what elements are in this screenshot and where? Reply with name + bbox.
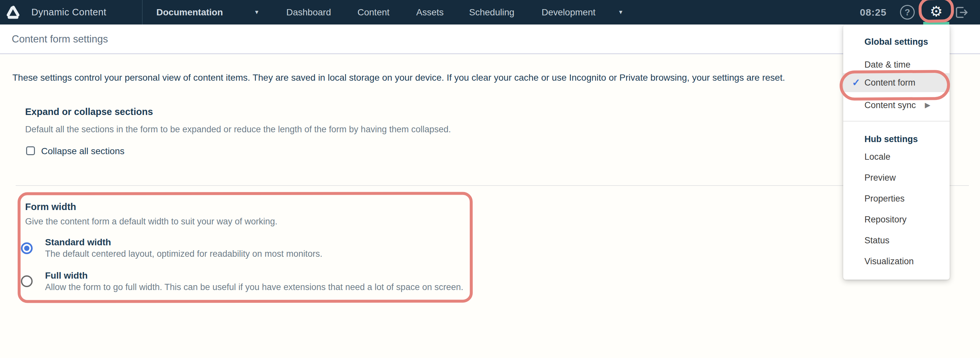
nav-item-assets[interactable]: Assets	[416, 0, 444, 24]
radio-full-width[interactable]	[21, 275, 33, 287]
menu-item-repository[interactable]: Repository	[843, 212, 950, 227]
nav-item-documentation[interactable]: Documentation	[156, 0, 223, 24]
menu-header-hub-settings: Hub settings	[864, 132, 918, 146]
chevron-down-icon[interactable]: ▼	[618, 0, 624, 24]
menu-item-label: Repository	[864, 212, 907, 227]
section-divider	[16, 185, 969, 186]
nav-item-scheduling[interactable]: Scheduling	[469, 0, 514, 24]
collapse-all-label: Collapse all sections	[41, 146, 124, 157]
menu-item-label: Visualization	[864, 254, 914, 269]
form-width-description: Give the content form a default width to…	[25, 217, 277, 227]
help-icon[interactable]: ?	[900, 5, 915, 19]
menu-divider	[843, 121, 950, 121]
menu-item-content-form[interactable]: ✓ Content form	[843, 73, 950, 92]
gear-icon: ⚙	[923, 0, 949, 23]
expand-section-heading: Expand or collapse sections	[25, 107, 153, 117]
menu-item-label: Date & time	[864, 56, 910, 73]
full-width-description: Allow the form to go full width. This ca…	[45, 282, 463, 292]
menu-item-locale[interactable]: Locale	[843, 149, 950, 165]
expand-section-description: Default all the sections in the form to …	[25, 125, 451, 134]
standard-width-description: The default centered layout, optimized f…	[45, 249, 322, 259]
page-title: Content form settings	[12, 24, 108, 54]
standard-width-label: Standard width	[45, 237, 111, 248]
check-icon: ✓	[852, 73, 860, 92]
menu-item-status[interactable]: Status	[843, 233, 950, 248]
nav-item-dashboard[interactable]: Dashboard	[286, 0, 331, 24]
menu-item-properties[interactable]: Properties	[843, 191, 950, 206]
menu-item-label: Properties	[864, 191, 905, 206]
menu-item-visualization[interactable]: Visualization	[843, 254, 950, 269]
menu-item-date-time[interactable]: Date & time	[843, 56, 950, 73]
app-root: Dynamic Content Documentation ▼ Dashboar…	[0, 0, 980, 358]
nav-item-content[interactable]: Content	[358, 0, 390, 24]
menu-item-preview[interactable]: Preview	[843, 170, 950, 185]
active-tab-indicator	[923, 22, 949, 24]
menu-item-label: Content sync	[864, 97, 916, 113]
menu-item-label: Preview	[864, 170, 896, 185]
header-divider	[0, 53, 980, 54]
radio-standard-width[interactable]	[21, 242, 33, 254]
page-header: Content form settings	[0, 24, 980, 54]
menu-item-label: Status	[864, 233, 889, 248]
nav-item-development[interactable]: Development	[542, 0, 595, 24]
form-width-heading: Form width	[25, 201, 76, 212]
clock-label: 08:25	[860, 0, 887, 24]
logout-icon[interactable]	[953, 4, 970, 21]
menu-item-label: Locale	[864, 149, 891, 165]
amplience-logo-icon[interactable]	[5, 4, 22, 21]
menu-item-label: Content form	[864, 73, 915, 92]
intro-text: These settings control your personal vie…	[13, 72, 785, 83]
top-nav-bar: Dynamic Content Documentation ▼ Dashboar…	[0, 0, 980, 24]
menu-item-content-sync[interactable]: Content sync ▶	[843, 97, 950, 113]
settings-menu: Global settings Date & time ✓ Content fo…	[843, 25, 950, 280]
chevron-down-icon[interactable]: ▼	[254, 0, 259, 24]
settings-gear-button[interactable]: ⚙	[923, 0, 949, 24]
menu-header-global-settings: Global settings	[864, 35, 928, 49]
brand-title: Dynamic Content	[31, 0, 107, 24]
full-width-label: Full width	[45, 270, 88, 281]
submenu-arrow-icon: ▶	[925, 97, 931, 113]
collapse-all-checkbox[interactable]	[26, 146, 35, 155]
nav-separator	[142, 0, 143, 24]
